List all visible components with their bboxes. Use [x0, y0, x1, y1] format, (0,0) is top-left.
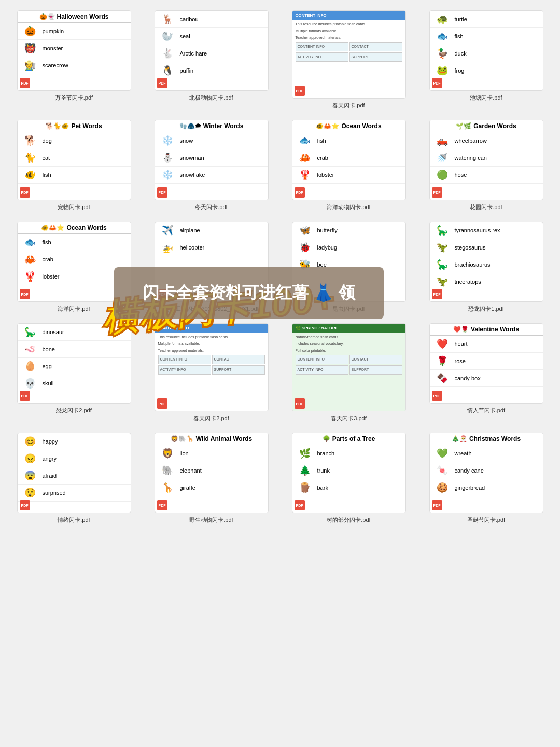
flashcard-row-christmas-2: 🍪gingerbread	[430, 479, 543, 496]
row-label-pet-2: fish	[43, 172, 51, 178]
card-wrapper-garden[interactable]: 🌱🌿Garden Words🛻wheelbarrow🚿watering can🟢…	[423, 120, 550, 211]
card-wrapper-wildanimal[interactable]: 🦁🐘🦒Wild Animal Words🦁lion🐘elephant🦒giraf…	[148, 433, 275, 524]
row-emoji-emotion-3: 😲	[21, 486, 39, 500]
flashcard-row-dino1-3: 🦖triceratops	[430, 273, 543, 290]
card-label-spring2: 春天闪卡2.pdf	[193, 414, 229, 422]
flashcard-title-christmas: 🎄🎅Christmas Words	[430, 433, 543, 445]
title-icon-halloween: 🎃👻	[39, 13, 55, 20]
flashcard-christmas[interactable]: 🎄🎅Christmas Words💚wreath🍬candy cane🍪ging…	[429, 433, 543, 513]
row-label-tree-0: branch	[317, 450, 335, 457]
pdf-icon: PDF	[157, 398, 167, 409]
flashcard-row-transport-1: 🚁helicopter	[155, 239, 268, 256]
flashcard-row-wildanimal-0: 🦁lion	[155, 445, 268, 462]
card-wrapper-halloween[interactable]: 🎃👻Halloween Words🎃pumpkin👹monster🧑‍🌾scar…	[10, 10, 137, 109]
title-text-pet: Pet Words	[71, 122, 102, 130]
flashcard-row-halloween-1: 👹monster	[18, 40, 131, 57]
flashcard-pet[interactable]: 🐕🐈🐠Pet Words🐕dog🐈cat🐠fishPDF	[17, 120, 131, 200]
row-label-halloween-0: pumpkin	[43, 28, 64, 34]
row-emoji-christmas-2: 🍪	[433, 481, 452, 494]
row-label-transport-1: helicopter	[180, 244, 205, 251]
title-text-valentine: Valentine Words	[471, 326, 519, 333]
row-emoji-pond-3: 🐸	[433, 64, 452, 77]
flashcard-row-valentine-2: 🍫candy box	[430, 370, 543, 387]
pdf-icon: PDF	[432, 78, 442, 88]
row-emoji-emotion-1: 😠	[21, 452, 39, 465]
flashcard-row-arctic-2: 🐇Arctic hare	[155, 45, 268, 62]
flashcard-row-dino1-0: 🦕tyrannosaurus rex	[430, 222, 543, 239]
flashcard-pond[interactable]: 🐢turtle🐟fish🦆duck🐸frogPDF	[429, 10, 543, 91]
flashcard-garden[interactable]: 🌱🌿Garden Words🛻wheelbarrow🚿watering can🟢…	[429, 120, 543, 200]
row-label-tree-1: trunk	[317, 467, 330, 474]
row-label-wildanimal-2: giraffe	[180, 485, 195, 491]
pdf-icon: PDF	[432, 500, 442, 510]
card-label-emotion: 情绪闪卡.pdf	[58, 516, 90, 524]
row-label-arctic-2: Arctic hare	[180, 50, 207, 57]
row-emoji-insect-1: 🐞	[296, 241, 314, 254]
card-wrapper-ocean1[interactable]: 🐠🦀⭐Ocean Words🐟fish🦀crab🦞lobsterPDF海洋动物闪…	[285, 120, 412, 211]
flashcard-halloween[interactable]: 🎃👻Halloween Words🎃pumpkin👹monster🧑‍🌾scar…	[17, 10, 131, 91]
flashcard-title-ocean2: 🐠🦀⭐Ocean Words	[18, 222, 131, 234]
card-wrapper-spring[interactable]: CONTENT INFOThis resource includes print…	[285, 10, 412, 109]
flashcard-winter[interactable]: 🧤🧥🌨Winter Words❄️snow⛄snowman❄️snowflake…	[155, 120, 269, 200]
row-label-wildanimal-1: elephant	[180, 467, 202, 474]
flashcard-valentine[interactable]: ❤️🌹Valentine Words❤️heart🌹rose🍫candy box…	[429, 323, 543, 404]
flashcard-ocean1[interactable]: 🐠🦀⭐Ocean Words🐟fish🦀crab🦞lobsterPDF	[292, 120, 406, 200]
row-label-garden-0: wheelbarrow	[455, 137, 487, 144]
flashcard-wildanimal[interactable]: 🦁🐘🦒Wild Animal Words🦁lion🐘elephant🦒giraf…	[155, 433, 269, 513]
row-label-christmas-1: candy cane	[455, 467, 484, 474]
row-label-dino1-0: tyrannosaurus rex	[455, 227, 500, 233]
flashcard-row-pond-3: 🐸frog	[430, 62, 543, 79]
card-wrapper-winter[interactable]: 🧤🧥🌨Winter Words❄️snow⛄snowman❄️snowflake…	[148, 120, 275, 211]
card-wrapper-dino1[interactable]: 🦕tyrannosaurus rex🦖stegosaurus🦕brachiosa…	[423, 222, 550, 313]
card-label-ocean2: 海洋闪卡.pdf	[58, 305, 90, 313]
flashcard-tree[interactable]: 🌳Parts of a Tree🌿branch🌲trunk🪵barkPDF	[292, 433, 406, 513]
flashcard-row-christmas-1: 🍬candy cane	[430, 462, 543, 479]
row-label-insect-0: butterfly	[317, 227, 338, 233]
row-emoji-tree-0: 🌿	[296, 447, 314, 460]
card-wrapper-pond[interactable]: 🐢turtle🐟fish🦆duck🐸frogPDF池塘闪卡.pdf	[423, 10, 550, 109]
row-label-tree-2: bark	[317, 485, 328, 491]
title-icon-garden: 🌱🌿	[456, 122, 471, 130]
row-label-ocean1-2: lobster	[317, 172, 334, 178]
row-emoji-ocean1-2: 🦞	[296, 168, 314, 182]
flashcard-row-arctic-3: 🐧puffin	[155, 62, 268, 79]
row-emoji-ocean1-1: 🦀	[296, 151, 314, 164]
flashcard-emotion[interactable]: 😊happy😠angry😨afraid😲surprisedPDF	[17, 433, 131, 513]
card-label-valentine: 情人节闪卡.pdf	[467, 407, 505, 414]
card-label-dino2: 恐龙闪卡2.pdf	[56, 407, 91, 414]
row-label-ocean1-1: crab	[317, 155, 328, 161]
title-icon-pet: 🐕🐈🐠	[46, 122, 69, 130]
pdf-icon: PDF	[295, 500, 305, 510]
row-label-emotion-3: surprised	[43, 490, 66, 496]
flashcard-dino1[interactable]: 🦕tyrannosaurus rex🦖stegosaurus🦕brachiosa…	[429, 222, 543, 302]
card-wrapper-christmas[interactable]: 🎄🎅Christmas Words💚wreath🍬candy cane🍪ging…	[423, 433, 550, 524]
flashcard-row-dino1-1: 🦖stegosaurus	[430, 239, 543, 256]
row-label-dino2-1: bone	[43, 346, 55, 352]
flashcard-row-pond-2: 🦆duck	[430, 45, 543, 62]
card-wrapper-arctic[interactable]: 🦌caribou🦭seal🐇Arctic hare🐧puffinPDF北极动物闪…	[148, 10, 275, 109]
row-emoji-winter-0: ❄️	[158, 134, 177, 147]
row-label-christmas-2: gingerbread	[455, 485, 485, 491]
flashcard-arctic[interactable]: 🦌caribou🦭seal🐇Arctic hare🐧puffinPDF	[155, 10, 269, 91]
flashcard-title-winter: 🧤🧥🌨Winter Words	[155, 120, 268, 132]
row-label-arctic-3: puffin	[180, 67, 194, 74]
card-wrapper-tree[interactable]: 🌳Parts of a Tree🌿branch🌲trunk🪵barkPDF树的部…	[285, 433, 412, 524]
pdf-icon: PDF	[432, 391, 442, 401]
card-label-pond: 池塘闪卡.pdf	[470, 94, 502, 102]
flashcard-row-tree-2: 🪵bark	[292, 479, 405, 496]
pdf-icon: PDF	[20, 289, 30, 299]
row-emoji-arctic-0: 🦌	[158, 12, 177, 26]
doc-card-spring[interactable]: CONTENT INFOThis resource includes print…	[292, 10, 406, 99]
row-emoji-winter-2: ❄️	[158, 168, 177, 182]
row-label-pet-0: dog	[43, 137, 52, 144]
row-emoji-transport-0: ✈️	[158, 224, 177, 237]
row-emoji-garden-1: 🚿	[433, 151, 452, 164]
pdf-icon: PDF	[157, 78, 167, 88]
title-text-christmas: Christmas Words	[469, 435, 521, 442]
card-wrapper-pet[interactable]: 🐕🐈🐠Pet Words🐕dog🐈cat🐠fishPDF宠物闪卡.pdf	[10, 120, 137, 211]
doc-body-spring: This resource includes printable flash c…	[292, 20, 405, 98]
card-wrapper-emotion[interactable]: 😊happy😠angry😨afraid😲surprisedPDF情绪闪卡.pdf	[10, 433, 137, 524]
flashcard-title-wildanimal: 🦁🐘🦒Wild Animal Words	[155, 433, 268, 445]
card-wrapper-valentine[interactable]: ❤️🌹Valentine Words❤️heart🌹rose🍫candy box…	[423, 323, 550, 422]
row-label-ocean2-2: lobster	[43, 273, 60, 280]
